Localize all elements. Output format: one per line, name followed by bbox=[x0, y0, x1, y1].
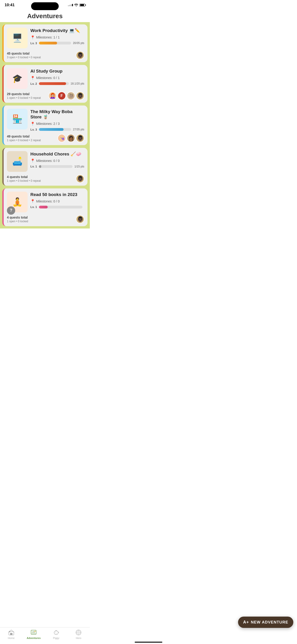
quest-details: 1 open • 0 locked bbox=[7, 220, 28, 223]
quest-info: 49 quests total 1 open • 0 locked • 2 re… bbox=[7, 134, 41, 142]
page-title: Adventures bbox=[4, 12, 85, 20]
level-label: Lv. 2 bbox=[30, 82, 37, 86]
progress-row: Lv. 1 1/15 pts bbox=[30, 165, 84, 168]
card-info: The Milky Way Boba Store 🧋 📍 Milestones:… bbox=[30, 109, 84, 131]
location-pin-icon: 📍 bbox=[30, 76, 35, 80]
wifi-icon bbox=[74, 4, 78, 6]
progress-bar-bg bbox=[39, 42, 71, 44]
milestones-row: 📍 Milestones: 1 / 1 bbox=[30, 35, 84, 40]
milestones-row: 📍 Milestones: 0 / 1 bbox=[30, 76, 84, 80]
quests-total: 4 quests total bbox=[7, 216, 28, 219]
location-pin-icon: 📍 bbox=[30, 199, 35, 204]
card-info: AI Study Group 📍 Milestones: 0 / 1 Lv. 2… bbox=[30, 68, 84, 86]
quests-total: 45 quests total bbox=[7, 52, 41, 55]
level-label: Lv. 3 bbox=[30, 128, 37, 131]
signal-icon bbox=[68, 4, 73, 6]
adventure-card-ai-study-group[interactable]: 🎓 AI Study Group 📍 Milestones: 0 / 1 Lv.… bbox=[2, 65, 88, 103]
avatar-hat-girl: 👒 bbox=[58, 134, 66, 142]
quest-info: 4 quests total 1 open • 0 locked bbox=[7, 216, 28, 223]
card-image: 🖥️ bbox=[7, 28, 28, 48]
progress-row: Lv. 1 bbox=[30, 205, 84, 209]
card-title: Read 50 books in 2023 bbox=[30, 192, 84, 198]
milestones-text: Milestones: 1 / 1 bbox=[36, 36, 60, 39]
location-pin-icon: 📍 bbox=[30, 158, 35, 163]
avatar-dark-skin: 👨🏿 bbox=[76, 51, 84, 60]
card-bottom: 45 quests total 3 open • 0 locked • 0 re… bbox=[4, 50, 88, 62]
progress-bar-fill bbox=[39, 206, 48, 208]
milestones-row: 📍 Milestones: 0 / 0 bbox=[30, 158, 84, 163]
quest-details: 1 open • 0 locked • 0 repeat bbox=[7, 179, 41, 182]
status-icons bbox=[68, 4, 85, 7]
card-info: Read 50 books in 2023 📍 Milestones: 0 / … bbox=[30, 192, 84, 209]
avatars-row: 👒👩🏾👨🏿 bbox=[58, 134, 84, 142]
card-top: 🖥️ Work Productivity 💻✏️ 📍 Milestones: 1… bbox=[4, 24, 88, 50]
avatar-dark-skin: 👨🏿 bbox=[76, 174, 84, 183]
card-image: 🏪 bbox=[7, 109, 28, 130]
avatars-row: 👨🏿 bbox=[76, 51, 84, 60]
avatar-red-hair: 👩🏼‍🦰 bbox=[48, 92, 57, 100]
progress-bar-fill bbox=[39, 42, 57, 44]
card-title: Work Productivity 💻✏️ bbox=[30, 28, 84, 34]
dynamic-island bbox=[31, 2, 59, 10]
card-top: 🛋️ Household Chores 🧹🧼 📍 Milestones: 0 /… bbox=[4, 148, 88, 174]
level-label: Lv. 1 bbox=[30, 165, 37, 168]
quests-total: 4 quests total bbox=[7, 175, 41, 179]
progress-row: Lv. 2 18.1/20 pts bbox=[30, 82, 84, 86]
page-header: Adventures bbox=[0, 9, 90, 22]
progress-row: Lv. 3 27/35 pts bbox=[30, 128, 84, 131]
card-bottom: 4 quests total 1 open • 0 locked 👨🏿 bbox=[4, 214, 88, 226]
card-bottom: 49 quests total 1 open • 0 locked • 2 re… bbox=[4, 133, 88, 145]
quest-info: 45 quests total 3 open • 0 locked • 0 re… bbox=[7, 52, 41, 59]
progress-bar-bg bbox=[39, 165, 73, 168]
quest-details: 1 open • 0 locked • 2 repeat bbox=[7, 139, 41, 142]
card-image: 🎓 bbox=[7, 68, 28, 89]
level-label: Lv. 3 bbox=[30, 42, 37, 45]
card-info: Work Productivity 💻✏️ 📍 Milestones: 1 / … bbox=[30, 28, 84, 45]
progress-bar-fill bbox=[39, 128, 64, 131]
progress-bar-fill bbox=[39, 165, 41, 168]
avatar-dark-skin: 👨🏿 bbox=[76, 215, 84, 224]
pts-label: 27/35 pts bbox=[73, 128, 84, 131]
avatar-sloth: 🦥 bbox=[67, 92, 75, 100]
quest-details: 1 open • 0 locked • 0 repeat bbox=[7, 96, 41, 100]
location-pin-icon: 📍 bbox=[30, 122, 35, 126]
milestones-text: Milestones: 0 / 1 bbox=[36, 76, 60, 80]
progress-bar-fill bbox=[39, 82, 66, 85]
milestones-row: 📍 Milestones: 0 / 0 bbox=[30, 199, 84, 204]
card-title: Household Chores 🧹🧼 bbox=[30, 152, 84, 157]
progress-row: Lv. 3 20/35 pts bbox=[30, 42, 84, 45]
card-bottom: 4 quests total 1 open • 0 locked • 0 rep… bbox=[4, 174, 88, 186]
card-image: 🛋️ bbox=[7, 151, 28, 172]
avatar-dark-skin: 👨🏿 bbox=[76, 92, 84, 100]
card-title: AI Study Group bbox=[30, 69, 84, 74]
milestones-text: Milestones: 2 / 3 bbox=[36, 122, 60, 126]
avatars-row: 👩🏼‍🦰F🦥👨🏿 bbox=[48, 92, 84, 100]
card-info: Household Chores 🧹🧼 📍 Milestones: 0 / 0 … bbox=[30, 151, 84, 168]
help-button[interactable]: ? bbox=[7, 206, 15, 215]
adventure-card-milky-way-boba[interactable]: 🏪 The Milky Way Boba Store 🧋 📍 Milestone… bbox=[2, 106, 88, 145]
status-bar: 10:41 bbox=[0, 0, 90, 9]
quest-info: 29 quests total 1 open • 0 locked • 0 re… bbox=[7, 92, 41, 100]
progress-bar-bg bbox=[39, 128, 71, 131]
pts-label: 1/15 pts bbox=[74, 165, 84, 168]
quests-total: 49 quests total bbox=[7, 134, 41, 138]
adventure-card-work-productivity[interactable]: 🖥️ Work Productivity 💻✏️ 📍 Milestones: 1… bbox=[2, 24, 88, 62]
progress-bar-bg bbox=[39, 82, 69, 85]
milestones-row: 📍 Milestones: 2 / 3 bbox=[30, 122, 84, 126]
milestones-text: Milestones: 0 / 0 bbox=[36, 159, 60, 162]
avatar-dark-skin: 👨🏿 bbox=[76, 134, 84, 142]
level-label: Lv. 1 bbox=[30, 205, 37, 209]
avatars-row: 👨🏿 bbox=[76, 215, 84, 224]
milestones-text: Milestones: 0 / 0 bbox=[36, 200, 60, 203]
quests-total: 29 quests total bbox=[7, 92, 41, 96]
adventure-list: 🖥️ Work Productivity 💻✏️ 📍 Milestones: 1… bbox=[0, 22, 90, 228]
card-top: 🧘 Read 50 books in 2023 📍 Milestones: 0 … bbox=[4, 188, 88, 214]
battery-icon bbox=[80, 4, 85, 7]
card-top: 🎓 AI Study Group 📍 Milestones: 0 / 1 Lv.… bbox=[4, 65, 88, 91]
card-top: 🏪 The Milky Way Boba Store 🧋 📍 Milestone… bbox=[4, 106, 88, 133]
adventure-card-read-50-books[interactable]: 🧘 Read 50 books in 2023 📍 Milestones: 0 … bbox=[2, 188, 88, 226]
adventure-card-household-chores[interactable]: 🛋️ Household Chores 🧹🧼 📍 Milestones: 0 /… bbox=[2, 148, 88, 186]
quest-info: 4 quests total 1 open • 0 locked • 0 rep… bbox=[7, 175, 41, 182]
card-title: The Milky Way Boba Store 🧋 bbox=[30, 109, 84, 120]
pts-label: 18.1/20 pts bbox=[71, 82, 84, 85]
